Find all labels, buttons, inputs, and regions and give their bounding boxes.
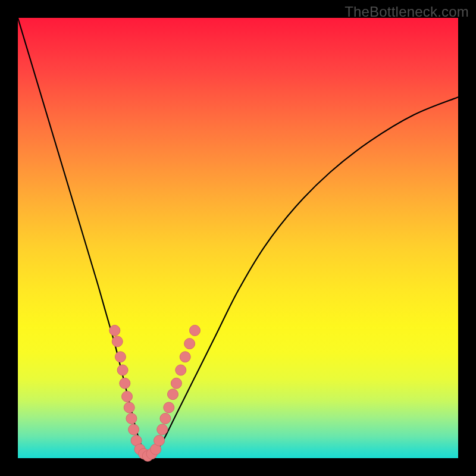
curve-marker: [124, 402, 134, 413]
curve-marker: [129, 424, 139, 435]
curve-marker: [112, 336, 123, 347]
curve-marker: [109, 325, 120, 336]
curve-marker: [115, 352, 126, 362]
curve-marker: [171, 378, 181, 389]
bottleneck-curve-path: [18, 18, 458, 458]
curve-marker: [176, 365, 186, 375]
curve-marker: [164, 402, 174, 413]
attribution-text: TheBottleneck.com: [345, 4, 469, 20]
curve-marker: [180, 352, 190, 362]
plot-area: [18, 18, 458, 458]
curve-marker: [167, 389, 178, 400]
chart-frame: TheBottleneck.com: [0, 0, 476, 476]
curve-layer: [18, 18, 458, 458]
curve-marker: [154, 435, 165, 446]
curve-marker: [189, 325, 200, 336]
curve-marker: [184, 339, 195, 349]
curve-marker: [160, 413, 171, 424]
curve-marker: [126, 413, 137, 424]
curve-marker: [117, 365, 128, 375]
curve-marker: [122, 391, 133, 402]
curve-marker: [120, 378, 130, 389]
curve-marker: [157, 424, 168, 435]
